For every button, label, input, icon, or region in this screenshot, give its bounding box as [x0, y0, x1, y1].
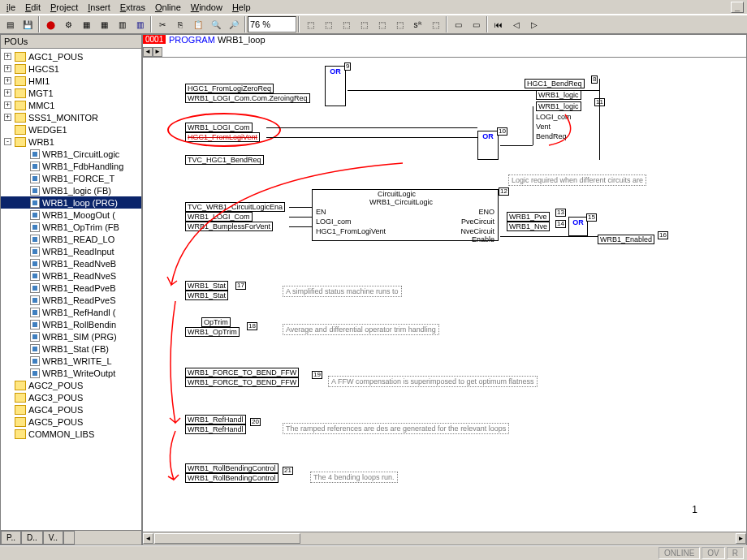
- tree-pou-item[interactable]: WRB1_OpTrim (FB: [1, 221, 141, 233]
- find-button[interactable]: 🔍: [207, 16, 225, 32]
- fbd-var[interactable]: HGC1_BendReq: [525, 79, 585, 88]
- tree-pou-item[interactable]: WRB1_RefHandl (: [1, 306, 141, 318]
- tree-folder[interactable]: +MGT1: [1, 87, 141, 99]
- tree-folder[interactable]: AGC4_POUS: [1, 403, 141, 416]
- menu-online[interactable]: Online: [150, 1, 186, 14]
- menu-window[interactable]: Window: [186, 1, 227, 14]
- tree-pou-item[interactable]: WRB1_WRITE_L: [1, 355, 141, 367]
- project-tree[interactable]: +AGC1_POUS+HGCS1+HMI1+MGT1+MMC1+SSS1_MON…: [1, 49, 141, 530]
- fbd-or-block[interactable]: OR: [477, 131, 499, 160]
- tree-pou-item[interactable]: WRB1_SIM (PRG): [1, 330, 141, 342]
- zoom-select[interactable]: [248, 16, 296, 32]
- tree-pou-item[interactable]: WRB1_WriteOutpt: [1, 367, 141, 379]
- menu-project[interactable]: Project: [45, 1, 83, 14]
- fbd-var[interactable]: WRB1_LOGI_Com: [185, 212, 253, 222]
- left-tab-vis[interactable]: V..: [43, 531, 63, 545]
- tree-pou-item[interactable]: WRB1_CircuitLogic: [1, 148, 141, 160]
- fbd-var[interactable]: WRB1_Enabled: [598, 235, 654, 244]
- fbd-block-title[interactable]: WRB1_FORCE_TO_BEND_FFW: [185, 368, 299, 377]
- tool-btn-3[interactable]: ⬤: [41, 16, 59, 32]
- tab-left-arrow[interactable]: ◄: [143, 47, 153, 57]
- tab-right-arrow[interactable]: ►: [153, 47, 162, 57]
- fbd-btn-8[interactable]: ⬚: [426, 16, 444, 32]
- tree-folder[interactable]: +MMC1: [1, 99, 141, 111]
- fbd-block-title[interactable]: OpTrim: [201, 317, 231, 327]
- fbd-var[interactable]: WRB1_logic: [536, 101, 581, 111]
- fbd-block-inst[interactable]: WRB1_RollBendingControl: [185, 473, 279, 483]
- fbd-var[interactable]: WRB1_LOGI_Com.Com.ZeroingReq: [185, 93, 310, 103]
- fbd-block-inst[interactable]: WRB1_RefHandl: [185, 424, 246, 434]
- scroll-left-arrow[interactable]: ◄: [143, 533, 153, 544]
- tree-folder[interactable]: +HMI1: [1, 75, 141, 87]
- tool-btn-4[interactable]: ⚙: [59, 16, 77, 32]
- fbd-block-title[interactable]: WRB1_RollBendingControl: [185, 463, 279, 473]
- tree-folder[interactable]: +HGCS1: [1, 62, 141, 75]
- scroll-right-arrow[interactable]: ►: [736, 533, 746, 544]
- tree-folder[interactable]: +AGC1_POUS: [1, 50, 141, 62]
- fbd-var[interactable]: WRB1_LOGI_Com: [185, 123, 253, 132]
- nav-first-button[interactable]: ⏮: [490, 16, 507, 32]
- tree-pou-item[interactable]: WRB1_MoogOut (: [1, 209, 141, 221]
- left-tab-pous[interactable]: P..: [1, 531, 21, 545]
- fbd-var[interactable]: WRB1_BumplessForVent: [185, 222, 273, 231]
- left-tab-res[interactable]: [63, 531, 75, 545]
- tree-folder[interactable]: -WRB1: [1, 136, 141, 148]
- tool-btn-2[interactable]: 💾: [19, 16, 37, 32]
- tool-btn-5[interactable]: ▦: [77, 16, 95, 32]
- fbd-var[interactable]: TVC_WRB1_CircuitLogicEna: [185, 202, 285, 212]
- tool-btn-8[interactable]: ▥: [131, 16, 149, 32]
- fbd-btn-2[interactable]: ⬚: [319, 16, 337, 32]
- cut-button[interactable]: ✂: [153, 16, 171, 32]
- horizontal-scrollbar[interactable]: ◄ ►: [143, 532, 746, 545]
- fbd-block-inst[interactable]: WRB1_FORCE_TO_BEND_FFW: [185, 377, 299, 387]
- tree-pou-item[interactable]: WRB1_logic (FB): [1, 184, 141, 196]
- tree-pou-item[interactable]: WRB1_loop (PRG): [1, 196, 141, 209]
- tool-btn-7[interactable]: ▥: [113, 16, 131, 32]
- fbd-var[interactable]: WRB1_Nve: [507, 222, 550, 231]
- fbd-canvas[interactable]: HGC1_FromLogiZeroReq WRB1_LOGI_Com.Com.Z…: [143, 58, 746, 532]
- menu-file[interactable]: ile: [2, 1, 20, 14]
- fbd-block-inst[interactable]: WRB1_OpTrim: [185, 327, 240, 337]
- tree-folder[interactable]: +SSS1_MONITOR: [1, 111, 141, 123]
- fbd-btn-1[interactable]: ⬚: [301, 16, 319, 32]
- minimize-button[interactable]: _: [731, 2, 744, 13]
- fbd-var[interactable]: WRB1_logic: [536, 90, 581, 100]
- tree-pou-item[interactable]: WRB1_Stat (FB): [1, 342, 141, 355]
- fbd-btn-7[interactable]: sᴿ: [408, 16, 426, 32]
- tree-pou-item[interactable]: WRB1_ReadNveB: [1, 257, 141, 269]
- nav-next-button[interactable]: ▷: [525, 16, 543, 32]
- fbd-btn-4[interactable]: ⬚: [355, 16, 373, 32]
- copy-button[interactable]: ⎘: [171, 16, 189, 32]
- menu-edit[interactable]: Edit: [20, 1, 45, 14]
- tool-btn-6[interactable]: ▦: [95, 16, 113, 32]
- fbd-btn-3[interactable]: ⬚: [337, 16, 355, 32]
- paste-button[interactable]: 📋: [189, 16, 207, 32]
- tree-pou-item[interactable]: WRB1_RollBendin: [1, 318, 141, 330]
- tree-pou-item[interactable]: WRB1_ReadPveB: [1, 282, 141, 294]
- fbd-or-block[interactable]: OR: [568, 217, 588, 236]
- fbd-block-inst[interactable]: WRB1_Stat: [185, 291, 228, 300]
- tree-folder[interactable]: COMMON_LIBS: [1, 428, 141, 440]
- fbd-var[interactable]: HGC1_FromLogiZeroReq: [185, 84, 274, 93]
- tree-pou-item[interactable]: WRB1_READ_LO: [1, 233, 141, 245]
- menu-insert[interactable]: Insert: [83, 1, 115, 14]
- fbd-btn-5[interactable]: ⬚: [373, 16, 391, 32]
- fbd-function-block[interactable]: CircuitLogic WRB1_CircuitLogic EN ENO LO…: [312, 189, 499, 241]
- tree-pou-item[interactable]: WRB1_ReadPveS: [1, 294, 141, 306]
- tree-folder[interactable]: AGC3_POUS: [1, 391, 141, 403]
- tool-btn-1[interactable]: ▤: [1, 16, 19, 32]
- tree-folder[interactable]: AGC2_POUS: [1, 379, 141, 391]
- scroll-thumb[interactable]: [154, 533, 300, 544]
- fbd-var[interactable]: TVC_HGC1_BendReq: [185, 155, 264, 165]
- fbd-var[interactable]: HGC1_FromLogiVent: [185, 132, 260, 142]
- tree-pou-item[interactable]: WRB1_FORCE_T: [1, 172, 141, 184]
- fbd-block-title[interactable]: WRB1_Stat: [185, 281, 228, 291]
- tree-pou-item[interactable]: WRB1_ReadNveS: [1, 269, 141, 282]
- fbd-btn-9[interactable]: ▭: [449, 16, 467, 32]
- find-next-button[interactable]: 🔎: [225, 16, 243, 32]
- nav-prev-button[interactable]: ◁: [507, 16, 525, 32]
- fbd-var[interactable]: WRB1_Pve: [507, 212, 550, 222]
- fbd-or-block[interactable]: OR: [325, 66, 346, 106]
- tree-pou-item[interactable]: WRB1_FdbHandling: [1, 160, 141, 172]
- fbd-btn-10[interactable]: ▭: [467, 16, 485, 32]
